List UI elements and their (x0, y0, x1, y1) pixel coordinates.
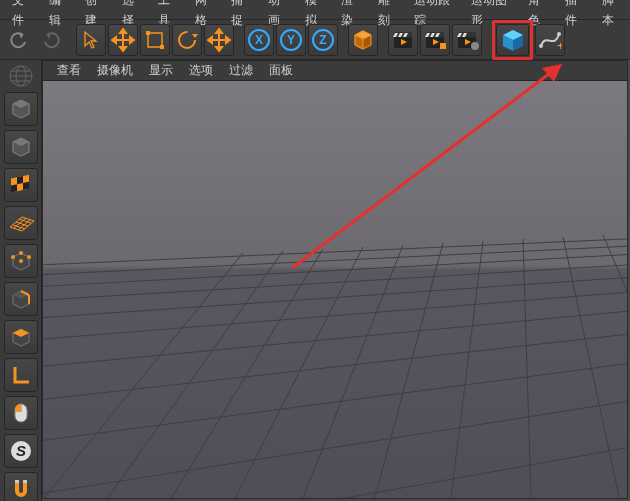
menu-bar: 文件 编辑 创建 选择 工具 网格 捕捉 动画 模拟 渲染 雕刻 运动跟踪 运动… (0, 0, 630, 20)
make-editable-button[interactable] (4, 92, 38, 126)
svg-point-22 (539, 44, 543, 48)
redo-button[interactable] (36, 24, 66, 56)
svg-point-41 (11, 255, 15, 259)
clapper-region-icon (423, 28, 447, 52)
rotate-icon (175, 28, 199, 52)
axis-L-icon (10, 364, 32, 386)
viewport-menu: 查看 摄像机 显示 选项 过滤 面板 (43, 61, 627, 81)
svg-point-39 (19, 251, 23, 255)
vpmenu-display[interactable]: 显示 (141, 62, 181, 79)
z-axis-button[interactable]: Z (308, 24, 338, 56)
workplane-button[interactable] (4, 206, 38, 240)
main-toolbar: X Y Z + (0, 20, 630, 60)
vpmenu-filter[interactable]: 过滤 (221, 62, 261, 79)
scale-button[interactable] (140, 24, 170, 56)
move-button[interactable] (108, 24, 138, 56)
svg-text:S: S (15, 442, 25, 459)
viewport-panel: 查看 摄像机 显示 选项 过滤 面板 透视视图 (42, 60, 628, 499)
edge-mode-button[interactable] (4, 282, 38, 316)
coord-system-button[interactable] (348, 24, 378, 56)
svg-point-21 (471, 42, 479, 50)
cube-points-icon (9, 249, 33, 273)
z-axis-icon: Z (311, 28, 335, 52)
move-icon (111, 28, 135, 52)
scale-icon (144, 29, 166, 51)
svg-point-23 (557, 32, 561, 36)
enable-snap-button[interactable]: S (4, 434, 38, 468)
magnet-icon (10, 478, 32, 500)
render-settings-button[interactable] (452, 24, 482, 56)
model-mode-button[interactable] (4, 130, 38, 164)
svg-rect-3 (146, 31, 150, 35)
svg-text:X: X (255, 33, 263, 47)
point-mode-button[interactable] (4, 244, 38, 278)
last-tool-button[interactable] (204, 24, 234, 56)
spline-icon: + (538, 28, 562, 52)
svg-rect-33 (23, 182, 29, 190)
svg-rect-51 (43, 81, 627, 498)
globe-icon (0, 64, 41, 88)
x-axis-icon: X (247, 28, 271, 52)
svg-point-40 (27, 255, 31, 259)
svg-text:Y: Y (287, 33, 295, 47)
vpmenu-panel[interactable]: 面板 (261, 62, 301, 79)
svg-rect-50 (23, 480, 27, 483)
arrow-cursor-icon (80, 29, 102, 51)
spline-button[interactable]: + (535, 24, 565, 56)
mode-toolbar: S (0, 60, 42, 501)
perspective-viewport[interactable] (43, 81, 627, 498)
highlight-annotation (492, 20, 533, 60)
vpmenu-options[interactable]: 选项 (181, 62, 221, 79)
tweak-mode-button[interactable] (4, 396, 38, 430)
magnet-button[interactable] (4, 472, 38, 501)
svg-text:+: + (557, 39, 562, 52)
floor-grid (43, 81, 627, 498)
checker-icon (9, 173, 33, 197)
rotate-button[interactable] (172, 24, 202, 56)
cube-poly-icon (9, 325, 33, 349)
cube-icon (500, 27, 526, 53)
svg-point-42 (19, 259, 23, 263)
svg-rect-2 (148, 33, 162, 47)
cube-gray-icon (9, 135, 33, 159)
enable-axis-button[interactable] (4, 358, 38, 392)
primitive-cube-button[interactable] (496, 24, 529, 56)
svg-rect-18 (440, 43, 446, 49)
svg-rect-49 (15, 480, 19, 483)
undo-button[interactable] (4, 24, 34, 56)
svg-rect-32 (11, 184, 17, 192)
x-axis-button[interactable]: X (244, 24, 274, 56)
vpmenu-view[interactable]: 查看 (49, 62, 89, 79)
move-icon (207, 28, 231, 52)
render-view-button[interactable] (388, 24, 418, 56)
mouse-icon (10, 401, 32, 425)
polygon-mode-button[interactable] (4, 320, 38, 354)
render-picture-button[interactable] (420, 24, 450, 56)
clapper-icon (391, 28, 415, 52)
live-select-button[interactable] (76, 24, 106, 56)
y-axis-icon: Y (279, 28, 303, 52)
svg-text:Z: Z (319, 33, 326, 47)
svg-rect-4 (160, 45, 164, 49)
svg-rect-31 (17, 176, 23, 184)
menu-script[interactable]: 脚本 (594, 0, 630, 30)
snap-s-icon: S (9, 439, 33, 463)
vpmenu-camera[interactable]: 摄像机 (89, 62, 141, 79)
cube-edge-icon (9, 287, 33, 311)
y-axis-button[interactable]: Y (276, 24, 306, 56)
clapper-gear-icon (455, 28, 479, 52)
cube-gray-icon (9, 97, 33, 121)
grid-icon (8, 211, 34, 235)
cube-glow-icon (351, 28, 375, 52)
texture-mode-button[interactable] (4, 168, 38, 202)
